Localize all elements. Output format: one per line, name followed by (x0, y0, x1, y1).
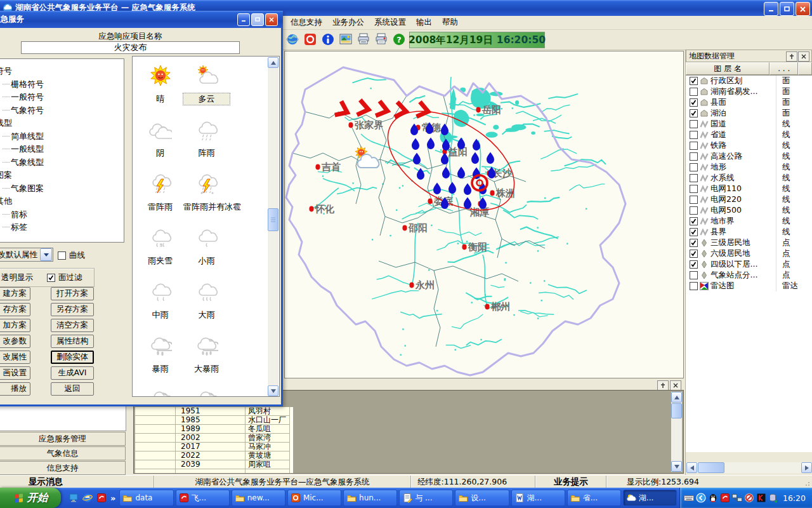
transparent-checkbox[interactable]: 透明显示 (0, 272, 33, 283)
face-filter-checkbox[interactable]: 面过滤 (47, 272, 82, 283)
chevron-down-icon[interactable] (40, 248, 52, 261)
close-icon[interactable] (670, 380, 681, 391)
app-red-icon[interactable] (720, 493, 730, 503)
sidebar-button-信息支持[interactable]: 信息支持 (0, 461, 126, 475)
pin-icon[interactable] (657, 380, 669, 391)
button-返回[interactable]: 返回 (51, 382, 94, 396)
task-button[interactable]: 湖... (511, 490, 565, 506)
ie-icon[interactable] (82, 493, 93, 503)
sidebar-button-气象信息[interactable]: 气象信息 (0, 446, 126, 460)
layer-row[interactable]: 电网500线 (686, 205, 812, 216)
weather-symbol-rain-2[interactable]: 中雨 (137, 280, 183, 321)
layer-row[interactable]: 地市界线 (686, 216, 812, 227)
globe-icon[interactable] (285, 32, 299, 46)
layer-row[interactable]: 电网220线 (686, 194, 812, 205)
print-icon[interactable] (357, 32, 370, 46)
hide-icons-icon[interactable] (696, 493, 706, 503)
button-清空方案[interactable]: 清空方案 (51, 319, 94, 332)
table-row[interactable]: 1951凤羽村 (135, 407, 291, 416)
symbols-scrollbar[interactable] (268, 57, 278, 396)
layer-checkbox[interactable] (690, 206, 698, 215)
button-加方案[interactable]: 加方案 (0, 319, 30, 332)
layer-checkbox[interactable] (690, 239, 698, 247)
desktop-icon[interactable] (69, 493, 79, 503)
close-button[interactable] (796, 2, 810, 16)
weather-symbol-storm-2[interactable]: 暴雨 (137, 334, 183, 375)
button-打开方案[interactable]: 打开方案 (51, 287, 94, 300)
button-删除实体[interactable]: 删除实体 (51, 351, 94, 364)
layer-row[interactable]: 地形线 (686, 162, 812, 173)
tree-item[interactable]: 栅格符号 (0, 78, 124, 91)
table-row[interactable]: 2002曾家湾 (135, 434, 291, 443)
menu-item[interactable]: 系统设置 (369, 16, 411, 29)
weather-symbol-rain-1[interactable]: 小雨 (183, 226, 230, 267)
layer-checkbox[interactable] (690, 282, 698, 290)
curve-checkbox[interactable]: 曲线 (58, 250, 85, 261)
button-播放[interactable]: 播放 (0, 382, 30, 396)
clock[interactable]: 16:20 (783, 493, 806, 503)
weather-symbol-shower[interactable]: 阵雨 (183, 118, 230, 159)
tree-item[interactable]: 气象符号 (0, 104, 124, 117)
bottom-scrollbar[interactable] (671, 392, 682, 472)
layer-row[interactable]: 水系线线 (686, 173, 812, 184)
table-row[interactable]: 2017马家冲 (135, 443, 291, 451)
tree-item[interactable]: 线型 (0, 117, 124, 130)
start-button[interactable]: 开始 (0, 488, 61, 508)
tree-item[interactable]: 一般线型 (0, 143, 124, 156)
layer-checkbox[interactable] (690, 196, 698, 204)
layer-checkbox[interactable] (690, 152, 698, 161)
print-preview-icon[interactable] (374, 32, 388, 46)
button-生成AVI[interactable]: 生成AVI (51, 366, 94, 380)
restore-button[interactable] (780, 2, 794, 16)
layer-row[interactable]: 湖南省易发...面 (686, 86, 812, 97)
dialog-close-button[interactable] (265, 13, 278, 26)
layer-checkbox[interactable] (690, 77, 698, 85)
layer-checkbox[interactable] (690, 131, 698, 139)
keyboard-icon[interactable] (684, 493, 694, 503)
weather-symbol-sun-cloud[interactable]: 多云 (183, 64, 230, 105)
task-button[interactable]: new... (232, 490, 285, 506)
menu-item[interactable]: 信息支持 (285, 16, 327, 29)
tree-item[interactable]: 箭标 (0, 208, 124, 222)
task-button[interactable]: 与 ... (399, 490, 453, 506)
pin-icon[interactable] (786, 51, 797, 62)
button-建方案[interactable]: 建方案 (0, 287, 30, 300)
layer-row[interactable]: 电网110线 (686, 184, 812, 194)
layer-row[interactable]: 气象站点分...点 (686, 270, 812, 281)
image-icon[interactable] (339, 32, 353, 46)
map-canvas[interactable]: 岳阳张家界常德益阳长沙吉首娄底株洲湘潭怀化邵阳衡阳永州郴州 (284, 51, 684, 378)
symbol-category-tree[interactable]: 符号栅格符号一般符号气象符号线型简单线型一般线型气象线型图案气象图案其他箭标标签 (0, 58, 124, 243)
task-button[interactable]: 设... (455, 490, 509, 506)
default-attr-dropdown[interactable]: 改默认属性 (0, 248, 53, 262)
button-另存方案[interactable]: 另存方案 (51, 303, 94, 316)
layer-row[interactable]: 国道线 (686, 119, 812, 130)
table-row[interactable]: 2039周家咀 (135, 460, 291, 469)
layer-row[interactable]: 高速公路线 (686, 151, 812, 162)
tree-item[interactable]: 符号 (0, 65, 124, 78)
minimize-button[interactable] (764, 2, 778, 16)
overflow-chevron[interactable]: » (110, 493, 115, 503)
table-row[interactable] (135, 469, 291, 473)
weather-symbol-storm-3[interactable]: 大暴雨 (183, 334, 230, 375)
col-extra[interactable] (798, 62, 812, 75)
task-button[interactable]: Mic... (287, 490, 341, 506)
table-row[interactable]: 2022黄坡塘 (135, 451, 291, 460)
task-button[interactable]: hun... (343, 490, 397, 506)
layer-checkbox[interactable] (690, 185, 698, 193)
tree-item[interactable]: 气象线型 (0, 156, 124, 170)
layer-checkbox[interactable] (690, 163, 698, 171)
help-icon[interactable]: ? (392, 32, 406, 46)
dialog-minimize-button[interactable] (237, 13, 250, 26)
button-属性结构[interactable]: 属性结构 (51, 335, 94, 348)
sidebar-button-应急服务管理[interactable]: 应急服务管理 (0, 432, 126, 446)
layer-checkbox[interactable] (690, 217, 698, 225)
layer-row[interactable]: 省道线 (686, 130, 812, 140)
button-画设置[interactable]: 画设置 (0, 366, 30, 380)
table-row[interactable]: 1989冬瓜咀 (135, 425, 291, 434)
layer-checkbox[interactable] (690, 228, 698, 236)
task-button[interactable]: 湖... (623, 490, 677, 506)
layer-checkbox[interactable] (690, 120, 698, 128)
weather-symbol-partial[interactable] (183, 388, 230, 397)
layer-checkbox[interactable] (690, 250, 698, 258)
layer-row[interactable]: 湖泊面 (686, 108, 812, 119)
